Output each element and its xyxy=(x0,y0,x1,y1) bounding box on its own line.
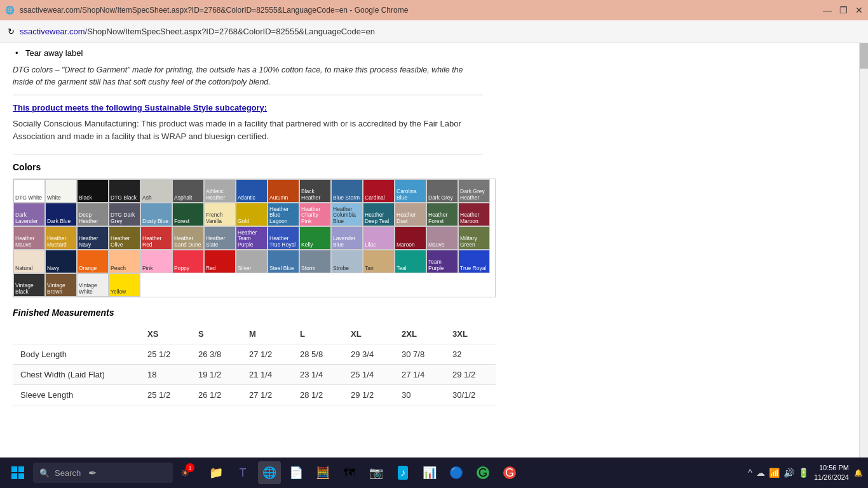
wifi-icon[interactable]: 📶 xyxy=(769,468,780,478)
color-cell[interactable]: Orange xyxy=(77,250,109,273)
start-button[interactable] xyxy=(5,460,31,485)
sustainable-link[interactable]: This product meets the following Sustain… xyxy=(13,103,483,112)
color-cell[interactable]: White xyxy=(45,179,77,203)
clock[interactable]: 10:56 PM 11/26/2024 xyxy=(814,463,849,483)
scrollbar[interactable]: ▲ ▼ xyxy=(859,43,868,488)
color-cell[interactable]: Cardinal xyxy=(363,179,395,203)
taskbar-calculator[interactable]: 🧮 xyxy=(311,461,334,484)
color-cell[interactable]: Steel Blue xyxy=(268,250,299,273)
color-cell[interactable]: DTG White xyxy=(13,179,45,203)
color-cell[interactable]: Storm xyxy=(299,250,331,273)
color-cell[interactable]: Heather Navy xyxy=(77,226,109,250)
color-cell[interactable]: Vintage White xyxy=(77,273,109,297)
color-cell[interactable]: Kelly xyxy=(299,226,331,250)
color-cell[interactable]: Lavender Blue xyxy=(331,226,363,250)
color-cell[interactable]: Natural xyxy=(13,250,45,273)
color-cell[interactable]: Vintage Brown xyxy=(45,273,77,297)
color-cell[interactable]: Black xyxy=(77,179,109,203)
color-cell[interactable]: Dark Lavender xyxy=(13,203,45,226)
color-cell[interactable]: Asphalt xyxy=(172,179,204,203)
taskbar-teams[interactable]: T xyxy=(231,461,254,484)
color-cell[interactable]: French Vanilla xyxy=(204,203,236,226)
maximize-button[interactable]: ❐ xyxy=(839,5,848,15)
taskbar-camera[interactable]: 📷 xyxy=(365,461,388,484)
color-cell[interactable]: Strobe xyxy=(331,250,363,273)
color-cell[interactable]: Navy xyxy=(45,250,77,273)
color-cell[interactable]: Maroon xyxy=(395,226,426,250)
taskbar-chrome[interactable]: 🌐 xyxy=(258,461,281,484)
titlebar-controls[interactable]: — ❐ ✕ xyxy=(823,5,863,15)
measurements-table: XS S M L XL 2XL 3XL Body Length25 1/226 … xyxy=(13,324,496,405)
chevron-up-icon[interactable]: ^ xyxy=(748,468,752,478)
color-cell[interactable]: Heather Slate xyxy=(204,226,236,250)
color-cell[interactable]: Black Heather xyxy=(299,179,331,203)
measure-value: 29 1/2 xyxy=(445,365,496,385)
color-cell[interactable]: Dark Blue xyxy=(45,203,77,226)
color-cell[interactable]: Vintage Black xyxy=(13,273,45,297)
color-cell[interactable]: Yellow xyxy=(109,273,140,297)
color-cell[interactable]: Heather Blue Lagoon xyxy=(268,203,299,226)
cloud-icon[interactable]: ☁ xyxy=(756,468,765,478)
color-cell[interactable]: Peach xyxy=(109,250,140,273)
measure-header-2xl: 2XL xyxy=(394,324,445,344)
color-cell[interactable]: Poppy xyxy=(172,250,204,273)
color-cell[interactable]: Dusty Blue xyxy=(140,203,172,226)
taskbar-docs[interactable]: 📄 xyxy=(285,461,308,484)
color-cell[interactable]: Heather Red xyxy=(140,226,172,250)
color-cell[interactable]: Pink xyxy=(140,250,172,273)
minimize-button[interactable]: — xyxy=(823,5,832,15)
search-bar[interactable]: 🔍 Search ✒ xyxy=(33,463,173,483)
color-cell[interactable]: Ash xyxy=(140,179,172,203)
color-cell[interactable]: DTG Dark Grey xyxy=(109,203,140,226)
taskbar-app11[interactable]: G xyxy=(498,461,521,484)
color-cell[interactable]: Heather Forest xyxy=(426,203,458,226)
color-cell[interactable]: Heather Sand Dune xyxy=(172,226,204,250)
color-cell[interactable]: Heather True Royal xyxy=(268,226,299,250)
color-cell[interactable]: Dark Grey Heather xyxy=(458,179,490,203)
taskbar-file-explorer[interactable]: 📁 xyxy=(205,461,227,484)
address-url[interactable]: ssactivewear.com/ShopNow/ItemSpecSheet.a… xyxy=(20,27,375,36)
volume-icon[interactable]: 🔊 xyxy=(783,468,794,478)
color-cell[interactable]: Athletic Heather xyxy=(204,179,236,203)
color-cell[interactable]: Heather Olive xyxy=(109,226,140,250)
taskbar-app6[interactable]: 🗺 xyxy=(338,461,361,484)
color-cell[interactable]: True Royal xyxy=(458,250,490,273)
color-cell[interactable]: Heather Dust xyxy=(395,203,426,226)
color-cell[interactable]: Gold xyxy=(236,203,268,226)
color-cell[interactable]: Lilac xyxy=(363,226,395,250)
taskbar-app10[interactable]: G xyxy=(471,461,494,484)
taskbar-app9[interactable]: 🔵 xyxy=(445,461,468,484)
color-cell[interactable]: Teal xyxy=(395,250,426,273)
color-cell[interactable]: Heather Mauve xyxy=(13,226,45,250)
color-cell[interactable]: DTG Black xyxy=(109,179,140,203)
taskbar-amazon-music[interactable]: ♪ xyxy=(391,461,414,484)
battery-icon[interactable]: 🔋 xyxy=(798,468,809,478)
taskbar-app8[interactable]: 📊 xyxy=(418,461,441,484)
color-cell[interactable]: Heather Maroon xyxy=(458,203,490,226)
notification-center-icon[interactable]: 🔔 xyxy=(854,469,863,477)
color-cell[interactable]: Heather Mustard xyxy=(45,226,77,250)
measure-label: Sleeve Length xyxy=(13,385,140,405)
color-cell[interactable]: Deep Heather xyxy=(77,203,109,226)
color-cell[interactable]: Red xyxy=(204,250,236,273)
color-cell[interactable]: Autumn xyxy=(268,179,299,203)
color-cell[interactable]: Forest xyxy=(172,203,204,226)
color-cell[interactable]: Mauve xyxy=(426,226,458,250)
color-cell[interactable]: Heather Columbia Blue xyxy=(331,203,363,226)
color-cell[interactable]: Carolina Blue xyxy=(395,179,426,203)
color-cell[interactable]: Silver xyxy=(236,250,268,273)
color-cell[interactable]: Heather Deep Teal xyxy=(363,203,395,226)
color-cell[interactable]: Military Green xyxy=(458,226,490,250)
color-cell[interactable]: Team Purple xyxy=(426,250,458,273)
colors-section-title: Colors xyxy=(13,162,483,172)
close-button[interactable]: ✕ xyxy=(855,5,863,15)
color-cell[interactable]: Tan xyxy=(363,250,395,273)
color-cell[interactable]: Dark Grey xyxy=(426,179,458,203)
color-cell[interactable]: Blue Storm xyxy=(331,179,363,203)
taskbar-weather[interactable]: ☀ 1 xyxy=(178,461,201,484)
color-cell[interactable]: Atlantic xyxy=(236,179,268,203)
refresh-icon[interactable]: ↻ xyxy=(8,27,15,36)
color-cell[interactable]: Heather Charity Pink xyxy=(299,203,331,226)
scrollbar-thumb[interactable] xyxy=(860,43,868,69)
color-cell[interactable]: Heather Team Purple xyxy=(236,226,268,250)
